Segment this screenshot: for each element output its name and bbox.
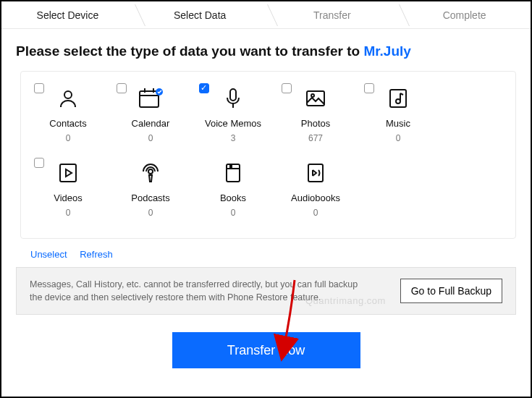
stepper: Select Device Select Data Transfer Compl… [1,1,531,29]
data-type-label: Voice Memos [205,118,261,129]
data-type-label: Books [220,192,246,203]
unselect-link[interactable]: Unselect [30,249,67,260]
checkbox-calendar[interactable] [117,83,127,93]
data-type-contacts[interactable]: Contacts0 [27,83,109,143]
mic-icon [221,85,245,112]
step-transfer: Transfer [266,1,399,28]
image-icon [304,85,327,112]
backup-note-text: Messages, Call History, etc. cannot be t… [30,278,363,304]
data-type-count: 0 [148,208,153,218]
data-type-label: Videos [54,192,83,203]
heading-target: Mr.July [363,43,410,59]
svg-point-0 [64,91,72,98]
checkbox-videos[interactable] [34,158,44,168]
svg-rect-6 [230,89,236,101]
data-type-label: Contacts [49,118,86,129]
selection-links: Unselect Refresh [30,249,516,260]
step-label: Complete [443,9,486,21]
refresh-link[interactable]: Refresh [80,249,113,260]
data-type-podcasts[interactable]: Podcasts0 [109,158,192,218]
heading-prefix: Please select the type of data you want … [16,43,363,59]
data-type-books[interactable]: Books0 [192,158,274,218]
data-type-count: 0 [231,208,236,218]
contact-icon [56,85,80,112]
data-type-label: Podcasts [131,192,169,203]
data-type-count: 0 [66,133,71,143]
audiobook-icon [304,159,327,187]
calendar-icon [138,85,164,112]
step-select-device: Select Device [1,1,134,28]
transfer-now-button[interactable]: Transfer Now [172,332,360,368]
data-type-label: Photos [301,118,330,129]
backup-note: Messages, Call History, etc. cannot be t… [16,267,516,315]
data-type-label: Music [386,118,410,129]
data-type-count: 0 [66,208,71,218]
data-type-voicememos[interactable]: Voice Memos3 [192,83,274,143]
podcast-icon [139,159,162,187]
checkbox-voicememos[interactable] [199,83,209,93]
video-icon [56,159,80,187]
step-label: Transfer [313,9,351,21]
data-type-music[interactable]: Music0 [357,83,439,143]
svg-point-9 [311,94,314,97]
data-type-count: 3 [231,133,236,143]
page-title: Please select the type of data you want … [16,43,516,59]
data-type-label: Calendar [132,118,170,129]
step-label: Select Data [174,9,226,21]
data-type-photos[interactable]: Photos677 [274,83,357,143]
step-label: Select Device [37,9,99,21]
data-types-grid: Contacts0Calendar0Voice Memos3Photos677M… [27,83,510,232]
svg-rect-1 [140,91,159,107]
data-type-audiobooks[interactable]: Audiobooks0 [274,158,357,218]
go-to-full-backup-button[interactable]: Go to Full Backup [400,279,502,303]
svg-rect-12 [60,164,76,182]
data-types-card: Contacts0Calendar0Voice Memos3Photos677M… [20,71,516,239]
data-type-count: 0 [148,133,153,143]
svg-point-11 [396,99,400,103]
music-icon [387,85,410,112]
data-type-label: Audiobooks [291,192,340,203]
checkbox-photos[interactable] [282,83,292,93]
step-select-data: Select Data [134,1,266,28]
svg-rect-8 [307,91,324,106]
svg-rect-14 [227,164,240,182]
data-type-videos[interactable]: Videos0 [27,158,109,218]
step-complete: Complete [398,1,531,28]
checkbox-music[interactable] [364,83,374,93]
book-icon [221,159,245,187]
svg-rect-16 [229,164,232,168]
data-type-calendar[interactable]: Calendar0 [109,83,192,143]
data-type-count: 0 [396,133,401,143]
data-type-count: 677 [308,133,323,143]
svg-point-13 [148,169,153,174]
checkbox-contacts[interactable] [34,83,44,93]
data-type-count: 0 [313,208,318,218]
